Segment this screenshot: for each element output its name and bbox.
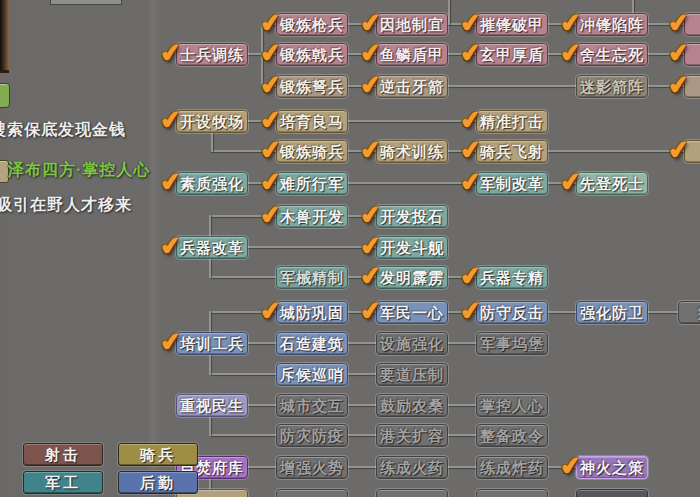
tech-node[interactable]: 防守反击 xyxy=(476,301,548,324)
tech-node[interactable]: 练成火药 xyxy=(376,456,448,479)
tree-connector-line xyxy=(346,182,480,184)
portrait-edge-fragment xyxy=(0,0,9,73)
tech-node[interactable]: 难所行军 xyxy=(276,172,348,195)
tech-node[interactable]: 培育良马 xyxy=(276,110,348,133)
tech-node[interactable]: 精准打击 xyxy=(476,110,548,133)
status-note-active-scheme: 泽布四方·掌控人心 xyxy=(8,160,150,181)
tech-node[interactable]: 掌控人心 xyxy=(476,394,548,417)
tech-node[interactable]: 逆击牙箭 xyxy=(376,75,448,98)
tech-tree: 锻炼枪兵✔因地制宜✔摧锋破甲✔冲锋陷阵✔精锐✔士兵调练✔锻炼戟兵✔鱼鳞盾甲✔玄甲… xyxy=(0,0,700,497)
tech-node[interactable]: 练成炸药 xyxy=(476,456,548,479)
tree-connector-line xyxy=(246,342,280,344)
tree-connector-line xyxy=(346,53,380,55)
tech-node[interactable] xyxy=(276,489,348,497)
tech-node[interactable]: 骑术训练 xyxy=(376,140,448,163)
tech-node[interactable]: 鼓励农桑 xyxy=(376,394,448,417)
tree-connector-line xyxy=(546,466,580,468)
tech-node[interactable]: 军民一心 xyxy=(376,301,448,324)
tech-node[interactable]: 舍生忘死 xyxy=(576,43,648,66)
tech-node[interactable]: 重视民生 xyxy=(176,394,248,417)
tech-node[interactable]: 骑兵飞射 xyxy=(476,140,548,163)
category-button-shooting[interactable]: 射击 xyxy=(23,443,103,466)
tree-connector-line xyxy=(446,342,480,344)
tree-connector-line xyxy=(446,23,480,25)
tree-connector-line xyxy=(546,23,580,25)
tree-connector-line xyxy=(246,182,280,184)
tree-connector-line xyxy=(346,373,380,375)
tree-connector-line xyxy=(211,150,280,152)
tech-node[interactable]: 迷影箭阵 xyxy=(576,75,648,98)
tech-node[interactable]: 锻炼枪兵 xyxy=(276,13,348,36)
tree-connector-line xyxy=(446,53,480,55)
tech-node[interactable]: 港关扩容 xyxy=(376,424,448,447)
tech-node[interactable]: 素质强化 xyxy=(176,172,248,195)
tech-node[interactable]: 城市交互 xyxy=(276,394,348,417)
tech-node[interactable] xyxy=(376,489,448,497)
tree-connector-line xyxy=(346,85,380,87)
tree-connector-line xyxy=(446,434,480,436)
tech-node[interactable]: 兵器改革 xyxy=(176,236,248,259)
tech-node[interactable]: 精锐 xyxy=(684,75,700,98)
tech-node[interactable]: 军事坞堡 xyxy=(476,332,548,355)
tree-connector-line xyxy=(646,311,682,313)
tech-node[interactable]: 锻炼戟兵 xyxy=(276,43,348,66)
tree-connector-line xyxy=(646,53,688,55)
tech-node[interactable]: 摧锋破甲 xyxy=(476,13,548,36)
category-button-logistics[interactable]: 后勤 xyxy=(118,471,198,494)
tech-node[interactable]: 精锐 xyxy=(684,140,700,163)
tech-node[interactable]: 锻炼弩兵 xyxy=(276,75,348,98)
tree-connector-line xyxy=(346,404,380,406)
tree-connector-line xyxy=(446,466,480,468)
tech-node[interactable]: 增强火势 xyxy=(276,456,348,479)
tech-node[interactable]: 精锐 xyxy=(684,43,700,66)
category-button-cavalry[interactable]: 骑兵 xyxy=(118,443,198,466)
tree-connector-line xyxy=(211,130,213,152)
tech-node[interactable]: 因地制宜 xyxy=(376,13,448,36)
tech-node[interactable]: 兵器专精 xyxy=(476,266,548,289)
tech-node[interactable]: 木兽开发 xyxy=(276,205,348,228)
tree-connector-line xyxy=(211,276,280,278)
tech-node[interactable]: 要道压制 xyxy=(376,363,448,386)
tech-node[interactable] xyxy=(576,489,648,497)
tree-connector-line xyxy=(246,53,280,55)
tree-connector-line xyxy=(211,311,280,313)
tech-node[interactable]: 士兵调练 xyxy=(176,43,248,66)
tech-node[interactable]: 军械精制 xyxy=(276,266,348,289)
tech-node[interactable]: 设施强化 xyxy=(376,332,448,355)
tree-connector-line xyxy=(632,0,634,14)
tree-connector-line xyxy=(446,404,480,406)
tech-node[interactable]: 神火之策 xyxy=(576,456,648,479)
tech-node[interactable]: 整备政令 xyxy=(476,424,548,447)
tree-connector-line xyxy=(211,215,280,217)
tech-node[interactable]: 开发投石 xyxy=(376,205,448,228)
tree-connector-line xyxy=(246,404,280,406)
tree-connector-line xyxy=(446,150,480,152)
tree-connector-line xyxy=(261,23,263,87)
tech-node[interactable] xyxy=(476,489,548,497)
tech-node[interactable]: 疲敌 xyxy=(678,301,700,324)
tech-node[interactable]: 开设牧场 xyxy=(176,110,248,133)
category-button-engineering[interactable]: 军工 xyxy=(23,471,103,494)
tech-node[interactable]: 强化防卫 xyxy=(576,301,648,324)
tree-connector-line xyxy=(446,85,580,87)
tech-node[interactable]: 防灾防疫 xyxy=(276,424,348,447)
tech-node[interactable]: 鱼鳞盾甲 xyxy=(376,43,448,66)
tree-connector-line xyxy=(446,276,480,278)
tech-node[interactable]: 锻炼骑兵 xyxy=(276,140,348,163)
tree-connector-line xyxy=(246,120,280,122)
tech-node[interactable]: 开发斗舰 xyxy=(376,236,448,259)
tech-node[interactable]: 冲锋陷阵 xyxy=(576,13,648,36)
tech-node[interactable]: 城防巩固 xyxy=(276,301,348,324)
tree-connector-line xyxy=(546,53,580,55)
status-note-gold-search: 搜索保底发现金钱 xyxy=(0,120,126,141)
tech-node[interactable]: 先登死士 xyxy=(576,172,648,195)
tech-node[interactable]: 斥候巡哨 xyxy=(276,363,348,386)
tech-node[interactable]: 发明霹雳 xyxy=(376,266,448,289)
tech-node[interactable]: 石造建筑 xyxy=(276,332,348,355)
tech-node[interactable]: 玄甲厚盾 xyxy=(476,43,548,66)
tech-node[interactable]: 精锐 xyxy=(684,13,700,36)
tree-connector-line xyxy=(646,85,688,87)
tree-connector-line xyxy=(448,0,450,25)
tech-node[interactable]: 培训工兵 xyxy=(176,332,248,355)
tech-node[interactable]: 军制改革 xyxy=(476,172,548,195)
